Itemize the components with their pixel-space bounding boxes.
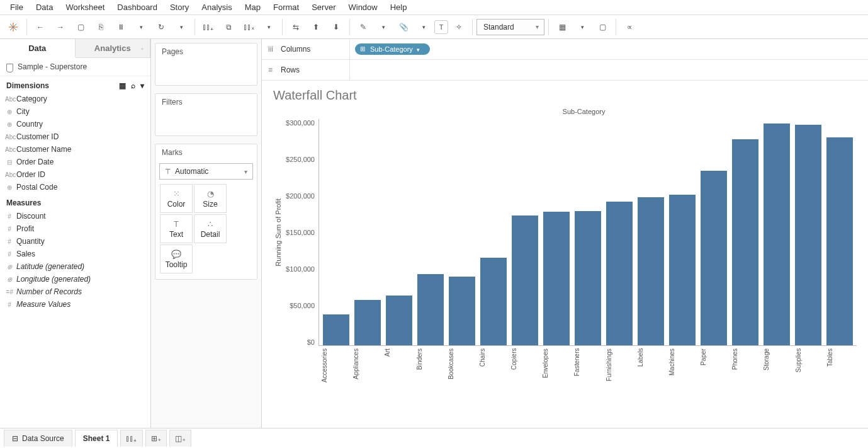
bar-appliances[interactable] <box>354 300 381 345</box>
dropdown-caret-icon[interactable]: ▾ <box>172 18 191 37</box>
menu-analysis[interactable]: Analysis <box>195 1 238 14</box>
chart-title[interactable]: Waterfall Chart <box>273 88 857 103</box>
sort-asc-icon[interactable]: ⬆ <box>307 18 325 37</box>
field-number-of-records[interactable]: =#Number of Records <box>0 285 150 298</box>
sort-desc-icon[interactable]: ⬇ <box>327 18 346 37</box>
field-quantity[interactable]: #Quantity <box>0 235 150 248</box>
field-order-id[interactable]: AbcOrder ID <box>0 168 150 181</box>
menu-format[interactable]: Format <box>267 1 305 14</box>
mark-tooltip[interactable]: 💬Tooltip <box>160 244 193 273</box>
dropdown-caret-icon[interactable]: ▾ <box>259 18 278 37</box>
bar-binders[interactable] <box>417 274 444 345</box>
bar-paper[interactable] <box>701 171 727 345</box>
fit-dropdown[interactable]: Standard <box>476 19 544 35</box>
menu-caret-icon[interactable]: ▾ <box>140 81 144 90</box>
search-icon[interactable]: ⌕ <box>131 81 135 90</box>
field-measure-values[interactable]: #Measure Values <box>0 298 150 311</box>
mark-text[interactable]: TText <box>160 214 193 243</box>
bar-furnishings[interactable] <box>606 202 633 345</box>
dropdown-caret-icon[interactable]: ▾ <box>132 18 150 37</box>
tab-datasource[interactable]: ⊟Data Source <box>4 430 72 447</box>
field-latitude-generated-[interactable]: ⊕Latitude (generated) <box>0 260 150 273</box>
type-icon: # <box>5 238 14 245</box>
columns-pill-subcategory[interactable]: Sub-Category <box>355 43 430 55</box>
bar-fasteners[interactable] <box>575 211 601 345</box>
new-story-icon[interactable]: ◫₊ <box>169 430 191 447</box>
mark-color[interactable]: ⁙Color <box>160 184 193 213</box>
rows-shelf[interactable]: ≡Rows <box>262 60 868 81</box>
x-tick: Bookcases <box>448 348 474 393</box>
mark-size[interactable]: ◔Size <box>194 184 227 213</box>
menu-help[interactable]: Help <box>384 1 414 14</box>
columns-shelf[interactable]: iiiColumns Sub-Category <box>262 39 868 60</box>
tab-analytics[interactable]: Analytics <box>76 39 151 57</box>
view-icon[interactable]: ▦ <box>119 81 126 90</box>
menu-dashboard[interactable]: Dashboard <box>111 1 164 14</box>
menu-server[interactable]: Server <box>305 1 342 14</box>
swap-icon[interactable]: ⇆ <box>286 18 305 37</box>
pin-icon[interactable]: ✧ <box>449 18 468 37</box>
type-icon: ⊟ <box>5 159 14 166</box>
menu-file[interactable]: File <box>4 1 30 14</box>
new-dashboard-icon[interactable]: ⊞₊ <box>145 430 167 447</box>
pages-card: Pages <box>155 43 257 86</box>
group-icon[interactable]: 📎 <box>394 18 413 37</box>
type-icon: Abc <box>5 171 14 178</box>
bar-machines[interactable] <box>669 195 696 345</box>
duplicate-sheet-icon[interactable]: ⧉ <box>219 18 238 37</box>
type-icon: # <box>5 213 14 220</box>
view-area: iiiColumns Sub-Category ≡Rows Waterfall … <box>262 39 868 428</box>
bar-supplies[interactable] <box>795 125 821 345</box>
refresh-icon[interactable]: ↻ <box>152 18 171 37</box>
presentation-icon[interactable]: ▢ <box>593 18 612 37</box>
bar-bookcases[interactable] <box>449 277 475 345</box>
tab-sheet1[interactable]: Sheet 1 <box>75 430 118 447</box>
bar-envelopes[interactable] <box>543 212 570 345</box>
new-worksheet-icon[interactable]: ⫿⫿₊ <box>199 18 218 37</box>
bar-storage[interactable] <box>764 123 790 345</box>
field-postal-code[interactable]: ⊕Postal Code <box>0 181 150 193</box>
new-worksheet-icon[interactable]: ⫿⫿₊ <box>120 430 143 447</box>
field-category[interactable]: AbcCategory <box>0 93 150 105</box>
dropdown-caret-icon[interactable]: ▾ <box>573 18 592 37</box>
redo-icon[interactable]: → <box>51 18 70 37</box>
field-sales[interactable]: #Sales <box>0 248 150 260</box>
field-profit[interactable]: #Profit <box>0 222 150 235</box>
pause-icon[interactable]: ⏸ <box>111 18 130 37</box>
field-country[interactable]: ⊕Country <box>0 118 150 130</box>
field-longitude-generated-[interactable]: ⊕Longitude (generated) <box>0 273 150 285</box>
bar-labels[interactable] <box>638 197 664 345</box>
tableau-logo-icon[interactable] <box>4 18 23 37</box>
show-me-icon[interactable]: ▦ <box>553 18 572 37</box>
bar-chairs[interactable] <box>480 258 507 345</box>
datasource-name[interactable]: Sample - Superstore <box>0 58 150 76</box>
bar-accessories[interactable] <box>323 314 349 345</box>
bar-phones[interactable] <box>732 139 758 345</box>
menu-window[interactable]: Window <box>342 1 383 14</box>
menu-story[interactable]: Story <box>164 1 195 14</box>
menu-worksheet[interactable]: Worksheet <box>59 1 111 14</box>
dropdown-caret-icon[interactable]: ▾ <box>414 18 433 37</box>
menu-map[interactable]: Map <box>239 1 267 14</box>
bar-art[interactable] <box>386 296 412 345</box>
y-tick: $250,000 <box>286 156 315 163</box>
menu-data[interactable]: Data <box>30 1 59 14</box>
new-datasource-icon[interactable]: ⎘ <box>91 18 110 37</box>
text-label-icon[interactable]: T <box>434 20 448 34</box>
undo-icon[interactable]: ← <box>31 18 50 37</box>
highlight-icon[interactable]: ✎ <box>354 18 373 37</box>
field-customer-id[interactable]: AbcCustomer ID <box>0 130 150 143</box>
mark-detail[interactable]: ∴Detail <box>194 214 227 243</box>
share-icon[interactable]: ∝ <box>620 18 639 37</box>
dropdown-caret-icon[interactable]: ▾ <box>374 18 393 37</box>
mark-type-select[interactable]: Automatic <box>159 163 253 180</box>
bar-tables[interactable] <box>826 137 853 345</box>
clear-sheet-icon[interactable]: ⫿⫿ₓ <box>239 18 258 37</box>
field-discount[interactable]: #Discount <box>0 210 150 222</box>
bar-copiers[interactable] <box>512 215 538 345</box>
field-customer-name[interactable]: AbcCustomer Name <box>0 143 150 156</box>
save-icon[interactable]: ▢ <box>71 18 90 37</box>
field-order-date[interactable]: ⊟Order Date <box>0 156 150 168</box>
field-city[interactable]: ⊕City <box>0 105 150 118</box>
tab-data[interactable]: Data <box>0 39 76 58</box>
